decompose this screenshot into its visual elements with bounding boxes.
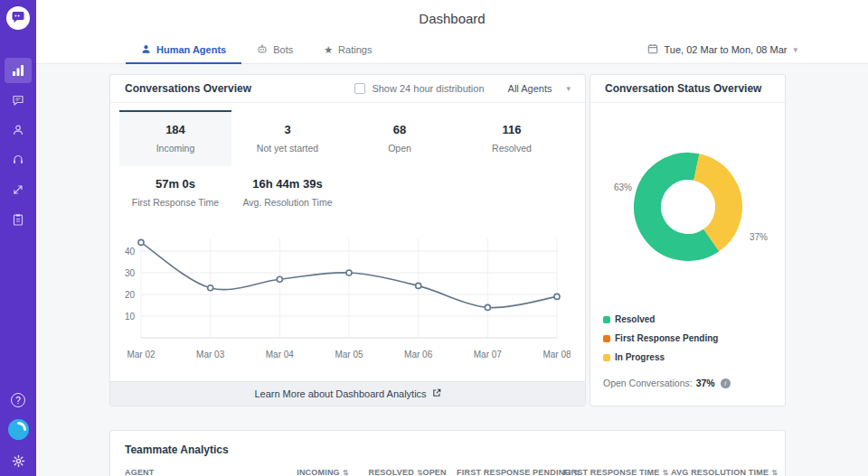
column-avg-resolution-time[interactable]: AVG RESOLUTION TIME ⇅ [671, 468, 770, 476]
sidebar-item-conversations[interactable] [0, 85, 36, 115]
legend-swatch-resolved [603, 316, 610, 323]
tab-human-agents[interactable]: Human Agents [126, 36, 241, 63]
conversations-overview-header: Conversations Overview Show 24 hour dist… [110, 75, 585, 103]
svg-text:Mar 08: Mar 08 [542, 350, 571, 359]
page-title: Dashboard [419, 11, 485, 26]
column-first-response-time[interactable]: FIRST RESPONSE TIME ⇅ [563, 468, 671, 476]
svg-text:40: 40 [125, 247, 136, 257]
conversation-status-card: Conversation Status Overview 63% 37% Res… [590, 74, 786, 406]
legend-item-resolved: Resolved [603, 314, 655, 324]
sidebar-item-contacts[interactable] [0, 115, 36, 145]
agent-person-icon [141, 44, 151, 56]
help-icon[interactable]: ? [11, 393, 25, 407]
tab-label: Human Agents [156, 44, 226, 55]
column-label: OPEN [422, 468, 446, 476]
learn-more-link[interactable]: Learn More about Dashboard Analytics [110, 381, 585, 406]
column-incoming[interactable]: INCOMING ⇅ [297, 468, 368, 476]
stat-label: Incoming [119, 143, 231, 154]
tabs-bar: Human Agents Bots ★ Ratings Tue, 02 Mar … [36, 36, 868, 64]
column-open: OPEN [422, 468, 457, 476]
clipboard-icon [5, 207, 32, 232]
svg-text:Mar 05: Mar 05 [335, 350, 363, 359]
star-icon: ★ [324, 45, 333, 55]
show-24h-checkbox[interactable] [354, 83, 365, 94]
tab-label: Bots [273, 44, 293, 55]
date-range-text: Tue, 02 Mar to Mon, 08 Mar [665, 44, 788, 55]
legend-swatch-in-progress [603, 354, 610, 361]
svg-text:Mar 02: Mar 02 [127, 350, 156, 359]
main-area: Dashboard Human Agents Bots ★ Ratings Tu… [36, 0, 868, 476]
time-stats-row: 57m 0s First Response Time 16h 44m 39s A… [110, 166, 585, 208]
sidebar-item-campaigns[interactable] [0, 174, 36, 204]
calendar-icon [647, 43, 658, 56]
dashboard-content: Conversations Overview Show 24 hour dist… [36, 64, 868, 476]
tab-bots[interactable]: Bots [241, 36, 308, 63]
column-first-response-pending[interactable]: FIRST RESPONSE PENDING ⇅ [457, 468, 563, 476]
agents-filter-dropdown[interactable]: All Agents ▾ [508, 83, 571, 94]
stat-incoming[interactable]: 184 Incoming [119, 110, 231, 166]
bar-chart-icon [5, 58, 32, 83]
learn-more-label: Learn More about Dashboard Analytics [254, 388, 426, 399]
show-24h-checkbox-group[interactable]: Show 24 hour distribution [354, 83, 484, 94]
column-label: INCOMING [297, 468, 340, 476]
user-avatar[interactable] [8, 419, 29, 443]
teammate-table-header: AGENT INCOMING ⇅ RESOLVED ⇅ OPEN FIRST R… [110, 468, 785, 476]
date-range-picker[interactable]: Tue, 02 Mar to Mon, 08 Mar ▾ [647, 36, 797, 63]
open-conversations-value: 37% [696, 378, 715, 388]
column-label: AGENT [125, 468, 155, 476]
legend-label: First Response Pending [615, 333, 718, 343]
stat-open[interactable]: 68 Open [344, 110, 456, 166]
column-agent: AGENT [125, 468, 297, 476]
chat-bubble-icon [5, 88, 32, 113]
donut-chart-svg [620, 139, 756, 275]
legend-item-first-response-pending: First Response Pending [603, 333, 718, 343]
stats-row: 184 Incoming 3 Not yet started 68 Open 1… [110, 103, 585, 166]
stat-value: 57m 0s [119, 177, 231, 191]
incoming-line-chart: 10203040Mar 02Mar 03Mar 04Mar 05Mar 06Ma… [114, 231, 580, 368]
headset-icon [5, 147, 32, 173]
arrows-icon [5, 177, 32, 202]
agents-filter-value: All Agents [508, 83, 552, 94]
svg-text:Mar 06: Mar 06 [404, 350, 433, 359]
sidebar-item-analytics[interactable] [0, 55, 36, 85]
column-resolved[interactable]: RESOLVED ⇅ [368, 468, 422, 476]
bot-icon [257, 43, 268, 56]
sort-icon[interactable]: ⇅ [343, 469, 349, 476]
teammate-analytics-card: Teammate Analytics AGENT INCOMING ⇅ RESO… [109, 430, 786, 476]
card-title: Conversation Status Overview [605, 82, 761, 95]
svg-text:10: 10 [125, 312, 136, 322]
column-label: RESOLVED [368, 468, 413, 476]
app-logo[interactable] [6, 6, 30, 30]
sort-icon[interactable]: ⇅ [771, 469, 778, 476]
tab-ratings[interactable]: ★ Ratings [308, 36, 387, 63]
stat-first-response-time: 57m 0s First Response Time [119, 177, 231, 208]
status-legend: Resolved First Response Pending In Progr… [603, 314, 772, 362]
stat-not-yet-started[interactable]: 3 Not yet started [231, 110, 344, 166]
stat-label: Not yet started [231, 143, 344, 154]
stat-avg-resolution-time: 16h 44m 39s Avg. Resolution Time [231, 177, 344, 208]
question-glyph: ? [15, 396, 21, 406]
svg-text:Mar 04: Mar 04 [266, 350, 295, 359]
show-24h-label: Show 24 hour distribution [372, 83, 484, 94]
status-donut-chart: 63% 37% [590, 139, 785, 275]
stat-resolved[interactable]: 116 Resolved [456, 110, 568, 166]
chevron-down-icon: ▾ [793, 45, 797, 54]
stat-value: 68 [344, 123, 456, 136]
stat-value: 16h 44m 39s [231, 177, 344, 191]
sidebar-item-support[interactable] [0, 145, 36, 174]
open-conversations-row: Open Conversations: 37% i [603, 378, 772, 388]
settings-gear-icon[interactable] [12, 454, 25, 471]
stat-value: 184 [119, 123, 231, 136]
column-label: FIRST RESPONSE PENDING [457, 468, 571, 476]
svg-text:20: 20 [125, 290, 136, 300]
card-title: Conversations Overview [125, 82, 251, 95]
column-label: FIRST RESPONSE TIME [563, 468, 659, 476]
info-icon[interactable]: i [721, 378, 731, 388]
svg-text:30: 30 [125, 268, 136, 278]
legend-item-in-progress: In Progress [603, 352, 665, 362]
line-chart-svg: 10203040Mar 02Mar 03Mar 04Mar 05Mar 06Ma… [114, 231, 571, 365]
stat-label: First Response Time [119, 197, 231, 208]
svg-text:Mar 03: Mar 03 [196, 350, 225, 359]
sort-icon[interactable]: ⇅ [662, 469, 668, 476]
sidebar-item-reports[interactable] [0, 204, 36, 234]
